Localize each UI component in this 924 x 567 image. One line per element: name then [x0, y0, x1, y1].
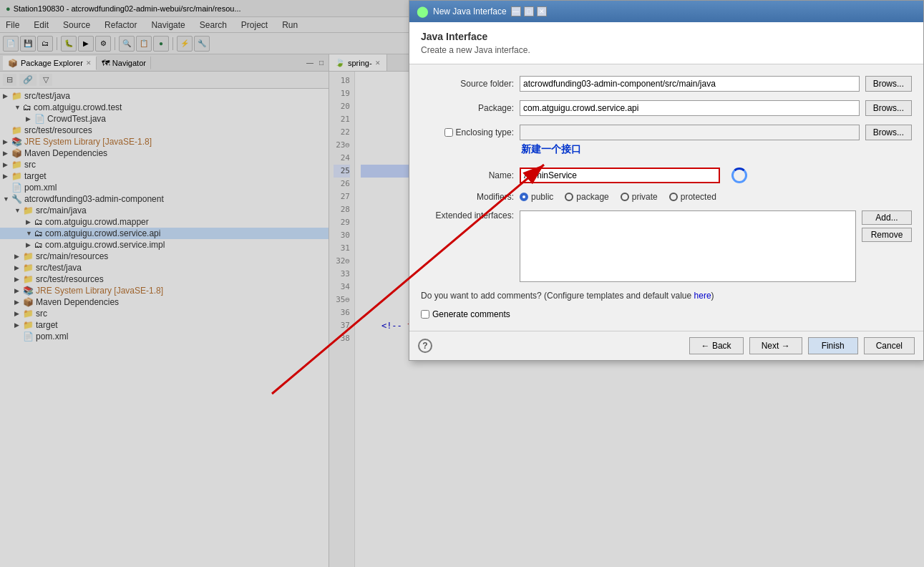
enclosing-type-checkbox[interactable] [444, 128, 453, 137]
radio-protected[interactable] [669, 193, 678, 201]
generate-comments-label: Generate comments [432, 309, 510, 319]
dialog-body: Source folder: Brows... Package: Brows..… [409, 64, 923, 331]
name-input[interactable] [520, 168, 720, 183]
radio-public[interactable] [520, 193, 528, 201]
next-btn[interactable]: Next → [749, 337, 802, 354]
source-folder-label: Source folder: [421, 79, 514, 89]
package-input[interactable] [520, 100, 860, 116]
modifier-protected-label: protected [681, 192, 716, 202]
dialog-footer: ? ← Back Next → Finish Cancel [409, 331, 923, 360]
dialog-title-bar: ⬤ New Java Interface — □ ✕ [409, 1, 923, 22]
modifiers-label: Modifiers: [421, 192, 514, 202]
dialog-title-text: New Java Interface [433, 6, 507, 16]
dialog-header-title: Java Interface [421, 31, 912, 42]
modifiers-row: Modifiers: public package private [421, 192, 912, 202]
enclosing-type-label: Enclosing type: [456, 127, 514, 137]
modifier-protected[interactable]: protected [669, 192, 716, 202]
dialog-header-sub: Create a new Java interface. [421, 45, 912, 55]
comments-row: Do you want to add comments? (Configure … [421, 291, 912, 301]
radio-private[interactable] [621, 193, 629, 201]
chinese-annotation: 新建一个接口 [521, 143, 581, 155]
finish-btn[interactable]: Finish [808, 337, 858, 354]
modifier-private[interactable]: private [621, 192, 658, 202]
source-folder-browse-btn[interactable]: Brows... [865, 76, 912, 92]
help-icon[interactable]: ? [418, 339, 432, 353]
package-browse-btn[interactable]: Brows... [865, 100, 912, 116]
dialog-maximize[interactable]: □ [524, 6, 534, 16]
package-label: Package: [421, 103, 514, 113]
modifiers-options: public package private protected [520, 192, 716, 202]
new-java-interface-dialog: ⬤ New Java Interface — □ ✕ Java Interfac… [409, 0, 924, 361]
remove-interface-btn[interactable]: Remove [862, 228, 912, 242]
source-folder-row: Source folder: Brows... [421, 76, 912, 92]
dialog-close[interactable]: ✕ [537, 6, 547, 16]
extended-buttons: Add... Remove [862, 210, 912, 242]
name-row: Name: [421, 168, 912, 183]
extended-interfaces-row: Extended interfaces: Add... Remove [421, 210, 912, 282]
dialog-overlay: ⬤ New Java Interface — □ ✕ Java Interfac… [0, 0, 924, 567]
modifier-private-label: private [632, 192, 658, 202]
loading-circle [731, 168, 747, 183]
extended-interfaces-label: Extended interfaces: [421, 210, 514, 220]
dialog-minimize[interactable]: — [511, 6, 521, 16]
back-btn[interactable]: ← Back [689, 337, 744, 354]
enclosing-type-input[interactable] [520, 125, 860, 140]
generate-comments-row: Generate comments [421, 309, 912, 319]
package-row: Package: Brows... [421, 100, 912, 116]
comments-link[interactable]: here [694, 291, 711, 301]
add-interface-btn[interactable]: Add... [862, 210, 912, 225]
comments-text: Do you want to add comments? (Configure … [421, 291, 691, 301]
dialog-title-controls: — □ ✕ [511, 6, 547, 16]
dialog-header: Java Interface Create a new Java interfa… [409, 22, 923, 64]
dialog-title-icon: ⬤ [417, 5, 429, 18]
modifier-package-label: package [576, 192, 608, 202]
cancel-btn[interactable]: Cancel [864, 337, 915, 354]
modifier-package[interactable]: package [565, 192, 608, 202]
name-label: Name: [421, 170, 514, 180]
enclosing-type-row: Enclosing type: Brows... [421, 125, 912, 140]
enclosing-type-browse-btn[interactable]: Brows... [865, 125, 912, 140]
extended-interfaces-box[interactable] [520, 210, 856, 282]
modifier-public-label: public [531, 192, 553, 202]
annotation-area: 新建一个接口 [521, 143, 912, 156]
modifier-public[interactable]: public [520, 192, 553, 202]
source-folder-input[interactable] [520, 76, 860, 92]
ide-window: ● Station190830 - atcrowdfunding02-admin… [0, 0, 924, 567]
radio-package[interactable] [565, 193, 573, 201]
generate-comments-checkbox[interactable] [421, 310, 429, 319]
